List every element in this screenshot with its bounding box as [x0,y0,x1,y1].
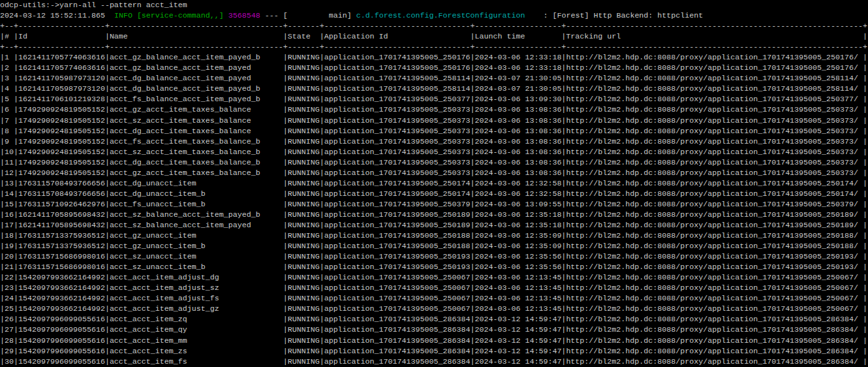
tracking-url-link[interactable]: http://bl2m2.hdp.dc:8088/proxy/applicati… [566,336,858,345]
log-text: | [858,158,867,167]
table-row: |12|1749290924819505152|acct_gz_acct_ite… [0,168,868,178]
table-row: |16|1621411705895698432|acct_sz_balance_… [0,210,868,220]
log-text: | [858,168,867,178]
table-row: |8 |1749290924819505152|acct_dg_acct_ite… [0,126,868,136]
tracking-url-link[interactable]: http://bl2m2.hdp.dc:8088/proxy/applicati… [566,189,858,199]
tracking-url-link[interactable]: http://bl2m2.hdp.dc:8088/proxy/applicati… [566,294,858,303]
tracking-url-link[interactable]: http://bl2m2.hdp.dc:8088/proxy/applicati… [566,168,858,178]
tracking-url-link[interactable]: http://bl2m2.hdp.dc:8088/proxy/applicati… [566,263,858,272]
tracking-url-link[interactable]: http://bl2m2.hdp.dc:8088/proxy/applicati… [566,63,858,72]
log-line: 2024-03-12 15:52:11.865 INFO [service-co… [0,10,868,21]
tracking-url-link[interactable]: http://bl2m2.hdp.dc:8088/proxy/applicati… [566,158,858,167]
tracking-url-link[interactable]: http://bl2m2.hdp.dc:8088/proxy/applicati… [566,283,858,293]
row-cells: |8 |1749290924819505152|acct_dg_acct_ite… [0,127,566,136]
table-border-mid: +--+-------------------+----------------… [0,42,868,52]
table-header-row: |# |Id |Name |State |Application Id |Lau… [0,31,868,42]
shell-prompt-line: odcp-utils:->yarn-all --pattern acct_ite… [0,0,868,10]
table-row: |26|1542097996099055616|acct_acct_item_z… [0,314,868,325]
tracking-url-link[interactable]: http://bl2m2.hdp.dc:8088/proxy/applicati… [566,231,858,240]
log-text: | [858,200,867,209]
row-cells: |13|1763115708493766656|acct_dg_unacct_i… [0,179,566,188]
log-text: | [858,242,867,251]
tracking-url-link[interactable]: http://bl2m2.hdp.dc:8088/proxy/applicati… [566,137,858,146]
log-pid: 3568548 [228,11,260,20]
row-cells: |2 |1621411705774063616|acct_gz_balance_… [0,63,566,72]
row-cells: |26|1542097996099055616|acct_acct_item_z… [0,315,566,324]
row-cells: |12|1749290924819505152|acct_gz_acct_ite… [0,168,566,178]
row-cells: |4 |1621411705987973120|acct_dg_balance_… [0,84,566,93]
table-row: |17|1621411705895698432|acct_sz_balance_… [0,220,868,231]
tracking-url-link[interactable]: http://bl2m2.hdp.dc:8088/proxy/applicati… [566,325,858,334]
log-timestamp: 2024-03-12 15:52:11.865 [0,11,105,20]
log-text: | [858,304,867,313]
table-row: |20|1763115715686998016|acct_sz_unacct_i… [0,251,868,262]
log-text: | [858,283,867,293]
log-text [224,11,228,20]
log-text: : [525,11,552,20]
row-cells: |19|1763115713375936512|acct_gz_unacct_i… [0,242,566,251]
log-text: | [858,263,867,272]
tracking-url-link[interactable]: http://bl2m2.hdp.dc:8088/proxy/applicati… [566,273,858,282]
tracking-url-link[interactable]: http://bl2m2.hdp.dc:8088/proxy/applicati… [566,95,858,104]
tracking-url-link[interactable]: http://bl2m2.hdp.dc:8088/proxy/applicati… [566,252,858,261]
table-row: |15|1763115710926462976|acct_fs_unacct_i… [0,199,868,210]
tracking-url-link[interactable]: http://bl2m2.hdp.dc:8088/proxy/applicati… [566,105,858,114]
tracking-url-link[interactable]: http://bl2m2.hdp.dc:8088/proxy/applicati… [566,53,858,62]
log-message: [Forest] Http Backend: httpclient [552,11,703,20]
log-text: | [858,315,867,324]
table-row: |22|1542097993662164992|acct_acct_item_a… [0,272,868,283]
row-cells: |29|1542097996099055616|acct_acct_item_z… [0,347,566,356]
row-cells: |16|1621411705895698432|acct_sz_balance_… [0,210,566,219]
tracking-url-link[interactable]: http://bl2m2.hdp.dc:8088/proxy/applicati… [566,210,858,219]
tracking-url-link[interactable]: http://bl2m2.hdp.dc:8088/proxy/applicati… [566,74,858,83]
row-cells: |10|1749290924819505152|acct_sz_acct_ite… [0,148,566,157]
table-row: |25|1542097993662164992|acct_acct_item_a… [0,304,868,314]
table-row: |10|1749290924819505152|acct_sz_acct_ite… [0,147,868,157]
tracking-url-link[interactable]: http://bl2m2.hdp.dc:8088/proxy/applicati… [566,148,858,157]
log-text: | [858,127,867,136]
table-row: |7 |1749290924819505152|acct_sz_acct_ite… [0,116,868,126]
log-thread: main [288,11,347,20]
row-cells: |18|1763115713375936512|acct_gz_unacct_i… [0,231,566,240]
log-context: [service-command,,] [137,11,224,20]
tracking-url-link[interactable]: http://bl2m2.hdp.dc:8088/proxy/applicati… [566,347,858,356]
row-cells: |15|1763115710926462976|acct_fs_unacct_i… [0,200,566,209]
tracking-url-link[interactable]: http://bl2m2.hdp.dc:8088/proxy/applicati… [566,242,858,251]
row-cells: |28|1542097996099055616|acct_acct_item_m… [0,336,566,345]
log-text: | [858,95,867,104]
tracking-url-link[interactable]: http://bl2m2.hdp.dc:8088/proxy/applicati… [566,304,858,313]
row-cells: |9 |1749290924819505152|acct_fs_acct_ite… [0,137,566,146]
tracking-url-link[interactable]: http://bl2m2.hdp.dc:8088/proxy/applicati… [566,84,858,93]
log-level: INFO [114,11,132,20]
row-cells: |23|1542097993662164992|acct_acct_item_a… [0,283,566,293]
row-cells: |20|1763115715686998016|acct_sz_unacct_i… [0,252,566,261]
log-text: | [858,189,867,199]
table-row: |21|1763115715686998016|acct_sz_unacct_i… [0,262,868,272]
tracking-url-link[interactable]: http://bl2m2.hdp.dc:8088/proxy/applicati… [566,221,858,230]
log-text: | [858,273,867,282]
table-row: |30|1542097996099055616|acct_acct_item_f… [0,357,868,367]
log-text: | [858,357,867,366]
tracking-url-link[interactable]: http://bl2m2.hdp.dc:8088/proxy/applicati… [566,179,858,188]
tracking-url-link[interactable]: http://bl2m2.hdp.dc:8088/proxy/applicati… [566,200,858,209]
tracking-url-link[interactable]: http://bl2m2.hdp.dc:8088/proxy/applicati… [566,127,858,136]
log-separator: --- [ [260,11,288,20]
tracking-url-link[interactable]: http://bl2m2.hdp.dc:8088/proxy/applicati… [566,315,858,324]
table-row: |23|1542097993662164992|acct_acct_item_a… [0,283,868,293]
log-text: | [858,252,867,261]
log-text: | [858,347,867,356]
table-row: |6 |1749290924819505152|acct_gz_acct_ite… [0,104,868,115]
log-text: | [858,105,867,114]
log-text: ] [347,11,356,20]
tracking-url-link[interactable]: http://bl2m2.hdp.dc:8088/proxy/applicati… [566,116,858,125]
table-row: |28|1542097996099055616|acct_acct_item_m… [0,336,868,346]
log-text: | [858,210,867,219]
table-row: |24|1542097993662164992|acct_acct_item_a… [0,293,868,304]
log-text: | [858,179,867,188]
row-cells: |24|1542097993662164992|acct_acct_item_a… [0,294,566,303]
row-cells: |7 |1749290924819505152|acct_sz_acct_ite… [0,116,566,125]
log-text: | [858,74,867,83]
table-row: |11|1749290924819505152|acct_dg_acct_ite… [0,157,868,168]
terminal-window[interactable]: odcp-utils:->yarn-all --pattern acct_ite… [0,0,868,367]
tracking-url-link[interactable]: http://bl2m2.hdp.dc:8088/proxy/applicati… [566,357,858,366]
